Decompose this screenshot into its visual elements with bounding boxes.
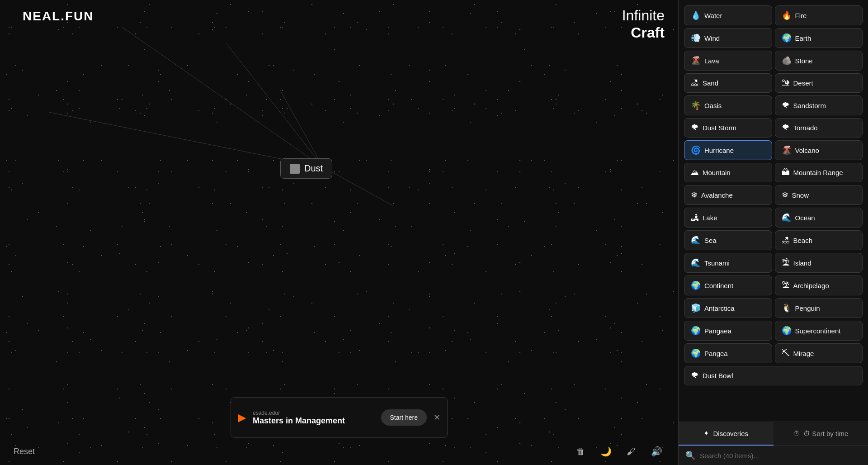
item-chip-wind[interactable]: 💨Wind xyxy=(684,28,772,48)
item-chip-hurricane[interactable]: 🌀Hurricane xyxy=(684,140,772,160)
item-chip-desert[interactable]: 🏜Desert xyxy=(775,73,863,93)
item-label: Tornado xyxy=(793,124,818,132)
item-chip-stone[interactable]: 🪨Stone xyxy=(775,51,863,71)
item-chip-ocean[interactable]: 🌊Ocean xyxy=(775,208,863,228)
items-row: 💧Water🔥Fire xyxy=(684,5,863,25)
item-chip-supercontinent[interactable]: 🌍Supercontinent xyxy=(775,321,863,341)
item-chip-oasis[interactable]: 🌴Oasis xyxy=(684,95,772,115)
item-chip-mountain-range[interactable]: 🏔Mountain Range xyxy=(775,163,863,182)
search-bar: 🔍 xyxy=(679,446,868,465)
item-chip-sand[interactable]: 🏖Sand xyxy=(684,73,772,93)
item-label: Mountain Range xyxy=(793,169,843,176)
item-emoji: 🌊 xyxy=(782,213,792,223)
item-label: Water xyxy=(704,12,722,19)
items-row: 💨Wind🌍Earth xyxy=(684,28,863,48)
dust-label: Dust xyxy=(304,163,323,174)
item-chip-dust-bowl[interactable]: 🌪Dust Bowl xyxy=(684,366,863,385)
item-label: Sandstorm xyxy=(793,102,826,109)
item-chip-antarctica[interactable]: 🧊Antarctica xyxy=(684,298,772,318)
item-label: Lava xyxy=(704,57,719,65)
item-emoji: 🌋 xyxy=(782,145,792,155)
item-emoji: 💨 xyxy=(691,33,701,43)
discoveries-tab[interactable]: ✦ Discoveries xyxy=(679,422,774,446)
item-emoji: 🌍 xyxy=(782,326,792,336)
item-chip-lake[interactable]: 🏞Lake xyxy=(684,208,772,228)
item-emoji: 💧 xyxy=(691,10,701,20)
item-label: Dust Storm xyxy=(703,124,736,132)
canvas-area[interactable]: NEAL.FUN Infinite Craft Dust Reset 🗑 🌙 🖌… xyxy=(0,0,678,465)
item-label: Wind xyxy=(704,34,720,42)
item-label: Lake xyxy=(703,214,717,222)
item-chip-fire[interactable]: 🔥Fire xyxy=(775,5,863,25)
item-chip-mountain[interactable]: ⛰Mountain xyxy=(684,163,772,182)
item-chip-tsunami[interactable]: 🌊Tsunami xyxy=(684,253,772,273)
item-label: Mountain xyxy=(703,169,731,176)
item-emoji: 🏝 xyxy=(782,258,790,268)
ad-title: Masters in Management xyxy=(253,416,374,426)
items-row: 🧊Antarctica🐧Penguin xyxy=(684,298,863,318)
item-chip-penguin[interactable]: 🐧Penguin xyxy=(775,298,863,318)
items-row: 🌍Continent🏝Archipelago xyxy=(684,275,863,295)
item-chip-tornado[interactable]: 🌪Tornado xyxy=(775,118,863,138)
item-chip-lava[interactable]: 🌋Lava xyxy=(684,51,772,71)
ad-close-button[interactable]: ✕ xyxy=(434,413,440,422)
items-row: 🌊Tsunami🏝Island xyxy=(684,253,863,273)
item-emoji: 🌍 xyxy=(691,348,701,358)
reset-button[interactable]: Reset xyxy=(14,447,35,456)
item-label: Earth xyxy=(795,34,811,42)
item-emoji: 🌀 xyxy=(691,145,701,155)
item-label: Hurricane xyxy=(704,147,734,154)
item-chip-sandstorm[interactable]: 🌪Sandstorm xyxy=(775,95,863,115)
brush-icon[interactable]: 🖌 xyxy=(623,443,639,460)
svg-line-1 xyxy=(280,90,323,167)
ad-cta-button[interactable]: Start here xyxy=(381,409,427,426)
item-chip-sea[interactable]: 🌊Sea xyxy=(684,230,772,250)
item-chip-archipelago[interactable]: 🏝Archipelago xyxy=(775,275,863,295)
canvas-lines xyxy=(0,0,678,465)
ad-text: esade.edu/ Masters in Management xyxy=(253,410,374,426)
item-label: Tsunami xyxy=(704,259,730,267)
item-chip-water[interactable]: 💧Water xyxy=(684,5,772,25)
item-label: Mirage xyxy=(793,350,814,357)
item-chip-volcano[interactable]: 🌋Volcano xyxy=(775,140,863,160)
item-label: Archipelago xyxy=(793,282,829,289)
items-row: 🏞Lake🌊Ocean xyxy=(684,208,863,228)
item-emoji: ❄ xyxy=(691,190,698,200)
bottom-bar: Reset 🗑 🌙 🖌 🔊 xyxy=(0,438,678,465)
item-chip-island[interactable]: 🏝Island xyxy=(775,253,863,273)
sort-by-time-tab[interactable]: ⏱ ⏱ Sort by time xyxy=(774,422,868,446)
item-label: Desert xyxy=(793,79,813,87)
search-input[interactable] xyxy=(700,452,861,460)
items-row: 🌪Dust Bowl xyxy=(684,366,863,385)
dust-element[interactable]: Dust xyxy=(280,158,332,179)
item-label: Continent xyxy=(704,282,733,289)
trash-icon[interactable]: 🗑 xyxy=(572,443,589,460)
item-chip-earth[interactable]: 🌍Earth xyxy=(775,28,863,48)
item-chip-continent[interactable]: 🌍Continent xyxy=(684,275,772,295)
item-chip-mirage[interactable]: ⛏Mirage xyxy=(775,343,863,363)
app-title-line1: Infinite xyxy=(622,7,665,24)
item-label: Sand xyxy=(703,79,718,87)
item-emoji: 🏞 xyxy=(691,213,699,223)
item-label: Supercontinent xyxy=(795,327,841,335)
clock-icon: ⏱ xyxy=(793,430,800,437)
items-row: 🌍Pangea⛏Mirage xyxy=(684,343,863,363)
item-chip-beach[interactable]: 🏖Beach xyxy=(775,230,863,250)
sound-icon[interactable]: 🔊 xyxy=(648,443,665,460)
items-row: 🌋Lava🪨Stone xyxy=(684,51,863,71)
item-emoji: 🌍 xyxy=(691,326,701,336)
item-emoji: 🪨 xyxy=(782,56,792,66)
item-chip-pangea[interactable]: 🌍Pangea xyxy=(684,343,772,363)
item-emoji: 🏝 xyxy=(782,281,790,290)
item-chip-avalanche[interactable]: ❄Avalanche xyxy=(684,185,772,205)
app-title: Infinite Craft xyxy=(622,7,665,42)
item-emoji: 🌴 xyxy=(691,100,701,110)
item-label: Beach xyxy=(793,237,813,244)
item-chip-snow[interactable]: ❄Snow xyxy=(775,185,863,205)
item-chip-pangaea[interactable]: 🌍Pangaea xyxy=(684,321,772,341)
moon-icon[interactable]: 🌙 xyxy=(598,443,614,460)
item-label: Snow xyxy=(792,191,809,199)
item-emoji: 🌍 xyxy=(691,280,701,290)
item-chip-dust-storm[interactable]: 🌪Dust Storm xyxy=(684,118,772,138)
svg-line-2 xyxy=(226,43,323,167)
